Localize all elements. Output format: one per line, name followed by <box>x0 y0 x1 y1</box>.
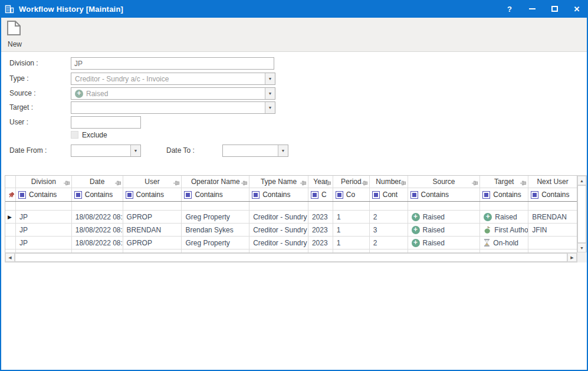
table-row[interactable]: ▶ JP 18/08/2022 08:2 GPROP Greg Property… <box>5 211 577 224</box>
cell-target[interactable]: +Raised <box>480 211 528 223</box>
exclude-checkbox[interactable] <box>71 131 78 139</box>
cell-date[interactable]: 18/08/2022 08:4 <box>72 224 123 236</box>
cell-date[interactable]: 18/08/2022 08:2 <box>72 211 123 223</box>
cell-target[interactable]: On-hold <box>480 237 528 249</box>
cell-number[interactable]: 2 <box>370 211 408 223</box>
unpin-icon[interactable] <box>115 179 121 188</box>
date-to-combo[interactable]: ▼ <box>222 145 288 157</box>
cell-period[interactable]: 1 <box>333 237 370 249</box>
division-input[interactable] <box>71 57 274 70</box>
cell-period[interactable]: 1 <box>333 224 370 236</box>
table-row[interactable]: JP 18/08/2022 08:4 BRENDAN Brendan Sykes… <box>5 224 577 237</box>
cell-source[interactable]: +Raised <box>408 237 481 249</box>
filter-cell-next-user[interactable]: Contains <box>528 188 577 201</box>
filter-cell-source[interactable]: Contains <box>408 188 481 201</box>
cell-division[interactable]: JP <box>16 211 72 223</box>
filter-type-icon[interactable] <box>410 191 418 199</box>
cell-number[interactable]: 3 <box>370 224 408 236</box>
unpin-icon[interactable] <box>400 179 406 188</box>
filter-type-icon[interactable] <box>482 191 490 199</box>
row-selector-cell[interactable]: ▶ <box>5 211 16 223</box>
column-header-next-user[interactable]: Next User <box>528 176 577 188</box>
filter-type-icon[interactable] <box>184 191 192 199</box>
filter-type-icon[interactable] <box>372 191 380 199</box>
target-combo[interactable]: ▼ <box>71 101 275 114</box>
column-header-number[interactable]: Number <box>370 176 408 188</box>
filter-type-icon[interactable] <box>336 191 343 199</box>
target-combo-dropdown-button[interactable]: ▼ <box>265 102 275 113</box>
help-button[interactable]: ? <box>498 0 521 18</box>
column-header-date[interactable]: Date <box>72 176 123 188</box>
filter-cell-user[interactable]: Contains <box>123 188 182 201</box>
column-header-year[interactable]: Year <box>308 176 333 188</box>
cell-date[interactable]: 18/08/2022 08:5 <box>72 237 123 249</box>
cell-operator-name[interactable]: Greg Property <box>182 237 249 249</box>
new-button[interactable]: New <box>5 20 31 51</box>
cell-source[interactable]: +Raised <box>408 224 481 236</box>
filter-cell-year[interactable]: C <box>308 188 333 201</box>
source-combo-dropdown-button[interactable]: ▼ <box>265 88 275 99</box>
filter-cell-division[interactable]: Contains <box>16 188 72 201</box>
cell-user[interactable]: GPROP <box>123 237 182 249</box>
cell-next-user[interactable] <box>528 237 577 249</box>
vertical-scrollbar[interactable]: ▲ ▼ <box>577 175 587 253</box>
filter-type-icon[interactable] <box>74 191 82 199</box>
unpin-icon[interactable] <box>472 179 478 188</box>
filter-cell-number[interactable]: Cont <box>370 188 408 201</box>
scroll-left-button[interactable]: ◀ <box>5 253 15 262</box>
date-from-combo[interactable]: ▼ <box>71 145 141 157</box>
unpin-icon[interactable] <box>64 179 70 188</box>
scroll-up-button[interactable]: ▲ <box>577 176 586 185</box>
filter-type-icon[interactable] <box>126 191 133 199</box>
filter-cell-type-name[interactable]: Contains <box>249 188 308 201</box>
column-header-target[interactable]: Target <box>480 176 528 188</box>
cell-type-name[interactable]: Creditor - Sundry <box>249 224 308 236</box>
filter-cell-target[interactable]: Contains <box>480 188 528 201</box>
cell-user[interactable]: GPROP <box>123 211 182 223</box>
cell-year[interactable]: 2023 <box>308 237 333 249</box>
cell-source[interactable]: +Raised <box>408 211 481 223</box>
filter-cell-period[interactable]: Co <box>333 188 370 201</box>
type-combo-dropdown-button[interactable]: ▼ <box>265 73 275 84</box>
cell-target[interactable]: First Authorisa <box>480 224 528 236</box>
filter-type-icon[interactable] <box>311 191 318 199</box>
column-header-user[interactable]: User <box>123 176 182 188</box>
horizontal-scrollbar-thumb[interactable] <box>15 253 567 262</box>
filter-type-icon[interactable] <box>531 191 538 199</box>
column-header-period[interactable]: Period <box>333 176 370 188</box>
date-to-dropdown-button[interactable]: ▼ <box>278 145 288 156</box>
user-input[interactable] <box>71 116 141 129</box>
table-row[interactable]: JP 18/08/2022 08:5 GPROP Greg Property C… <box>5 237 577 249</box>
scroll-right-button[interactable]: ▶ <box>567 253 577 262</box>
horizontal-scrollbar[interactable]: ◀ ▶ <box>5 252 577 262</box>
column-header-source[interactable]: Source <box>408 176 481 188</box>
unpin-icon[interactable] <box>325 179 331 188</box>
date-from-dropdown-button[interactable]: ▼ <box>130 145 140 156</box>
column-header-operator-name[interactable]: Operator Name <box>182 176 249 188</box>
close-button[interactable]: ✕ <box>566 0 588 18</box>
cell-period[interactable]: 1 <box>333 211 370 223</box>
cell-year[interactable]: 2023 <box>308 211 333 223</box>
cell-user[interactable]: BRENDAN <box>123 224 182 236</box>
type-combo[interactable]: Creditor - Sundry a/c - Invoice ▼ <box>71 73 275 85</box>
cell-division[interactable]: JP <box>16 237 72 249</box>
vertical-scrollbar-thumb[interactable] <box>577 185 586 243</box>
cell-type-name[interactable]: Creditor - Sundry <box>249 237 308 249</box>
filter-type-icon[interactable] <box>252 191 259 199</box>
row-selector-cell[interactable] <box>5 224 16 236</box>
source-combo[interactable]: + Raised ▼ <box>71 87 275 100</box>
cell-operator-name[interactable]: Greg Property <box>182 211 249 223</box>
column-header-division[interactable]: Division <box>16 176 72 188</box>
scroll-down-button[interactable]: ▼ <box>577 243 586 252</box>
filter-cell-date[interactable]: Contains <box>72 188 123 201</box>
unpin-icon[interactable] <box>362 179 368 188</box>
unpin-icon[interactable] <box>520 179 527 188</box>
cell-type-name[interactable]: Creditor - Sundry <box>249 211 308 223</box>
unpin-icon[interactable] <box>300 179 307 188</box>
filter-cell-operator-name[interactable]: Contains <box>182 188 249 201</box>
filter-type-icon[interactable] <box>18 191 26 199</box>
cell-operator-name[interactable]: Brendan Sykes <box>182 224 249 236</box>
row-selector-cell[interactable] <box>5 237 16 249</box>
unpin-icon[interactable] <box>241 179 248 188</box>
cell-next-user[interactable]: JFIN <box>528 224 577 236</box>
